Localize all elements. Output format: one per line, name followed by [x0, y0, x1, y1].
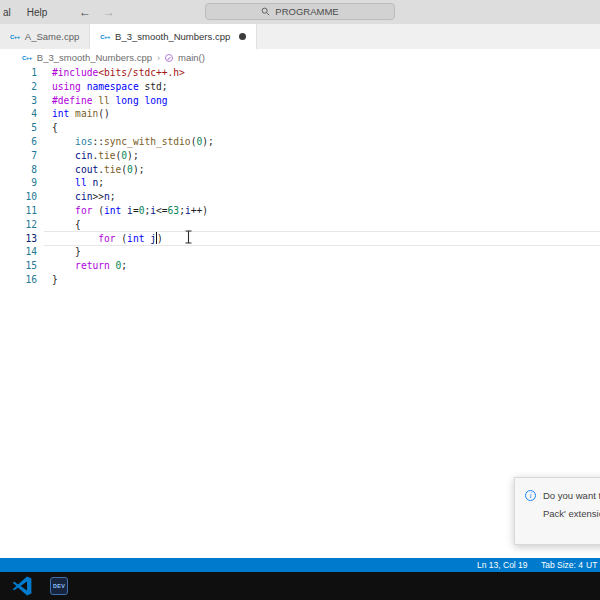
tab-a-same-cpp[interactable]: C++ A_Same.cpp: [0, 24, 90, 49]
back-arrow-icon[interactable]: ←: [79, 0, 91, 24]
line-number[interactable]: 15: [0, 259, 44, 273]
line-number[interactable]: 1: [0, 66, 44, 80]
line-number[interactable]: 8: [0, 163, 44, 177]
line-number[interactable]: 5: [0, 121, 44, 135]
dev-cpp-taskbar-icon[interactable]: DEV: [50, 577, 68, 595]
menu-item-help[interactable]: Help: [19, 0, 56, 24]
command-center-label: PROGRAMME: [275, 6, 338, 17]
breadcrumb: C++ B_3_smooth_Numbers.cpp › main(): [0, 49, 600, 66]
title-bar: al Help ← → PROGRAMME: [0, 0, 600, 24]
vscode-taskbar-icon[interactable]: [12, 576, 32, 596]
line-number[interactable]: 2: [0, 80, 44, 94]
notification-text-line2: Pack' extension f: [543, 505, 600, 523]
status-encoding[interactable]: UT: [586, 558, 597, 572]
info-icon: i: [525, 490, 536, 501]
line-number[interactable]: 9: [0, 176, 44, 190]
command-center-search[interactable]: PROGRAMME: [205, 3, 395, 20]
line-number[interactable]: 12: [0, 218, 44, 232]
code-line[interactable]: }: [44, 245, 600, 259]
cpp-file-icon: C++: [100, 34, 110, 40]
line-number[interactable]: 11: [0, 204, 44, 218]
forward-arrow-icon[interactable]: →: [103, 0, 115, 24]
code-line[interactable]: {: [44, 121, 600, 135]
line-number[interactable]: 7: [0, 149, 44, 163]
notification-toast[interactable]: i Do you want to i Pack' extension f: [514, 477, 600, 545]
chevron-right-icon: ›: [157, 53, 160, 63]
status-tab-size[interactable]: Tab Size: 4: [541, 558, 583, 572]
breadcrumb-file[interactable]: B_3_smooth_Numbers.cpp: [37, 52, 152, 63]
code-line[interactable]: for (int j): [44, 232, 600, 246]
code-line[interactable]: cin>>n;: [44, 190, 600, 204]
modified-dot-icon[interactable]: [239, 33, 246, 40]
search-icon: [261, 7, 270, 16]
line-number[interactable]: 14: [0, 245, 44, 259]
history-nav: ← →: [79, 0, 115, 24]
line-number[interactable]: 4: [0, 107, 44, 121]
code-line[interactable]: #define ll long long: [44, 94, 600, 108]
cpp-file-icon: C++: [22, 55, 32, 61]
editor[interactable]: 12345678910111213141516 #include<bits/st…: [0, 66, 600, 558]
tab-b3-smooth-numbers-cpp[interactable]: C++ B_3_smooth_Numbers.cpp: [90, 24, 257, 49]
taskbar: DEV: [0, 572, 600, 600]
line-number[interactable]: 3: [0, 94, 44, 108]
code-line[interactable]: return 0;: [44, 259, 600, 273]
notification-text-line1: Do you want to i: [543, 487, 600, 505]
code-line[interactable]: for (int i=0;i<=63;i++): [44, 204, 600, 218]
line-number[interactable]: 16: [0, 273, 44, 287]
line-gutter: 12345678910111213141516: [0, 66, 44, 287]
code-area: #include<bits/stdc++.h>using namespace s…: [44, 66, 600, 287]
code-line[interactable]: int main(): [44, 107, 600, 121]
editor-tab-bar: C++ A_Same.cpp C++ B_3_smooth_Numbers.cp…: [0, 24, 600, 49]
code-line[interactable]: {: [44, 218, 600, 232]
symbol-method-icon: [165, 54, 173, 62]
line-number[interactable]: 6: [0, 135, 44, 149]
menu-item-terminal-partial[interactable]: al: [0, 0, 19, 24]
mouse-cursor-ibeam: [184, 230, 193, 248]
breadcrumb-symbol[interactable]: main(): [178, 52, 205, 63]
code-line[interactable]: cin.tie(0);: [44, 149, 600, 163]
line-number[interactable]: 13: [0, 232, 44, 246]
code-line[interactable]: #include<bits/stdc++.h>: [44, 66, 600, 80]
tab-label: B_3_smooth_Numbers.cpp: [115, 31, 230, 42]
cpp-file-icon: C++: [10, 34, 20, 40]
status-cursor-position[interactable]: Ln 13, Col 19: [477, 558, 528, 572]
code-line[interactable]: cout.tie(0);: [44, 163, 600, 177]
code-line[interactable]: using namespace std;: [44, 80, 600, 94]
code-line[interactable]: ios::sync_with_stdio(0);: [44, 135, 600, 149]
code-line[interactable]: }: [44, 273, 600, 287]
tab-label: A_Same.cpp: [25, 31, 79, 42]
status-bar: Ln 13, Col 19 Tab Size: 4 UT: [0, 558, 600, 572]
code-line[interactable]: ll n;: [44, 176, 600, 190]
line-number[interactable]: 10: [0, 190, 44, 204]
